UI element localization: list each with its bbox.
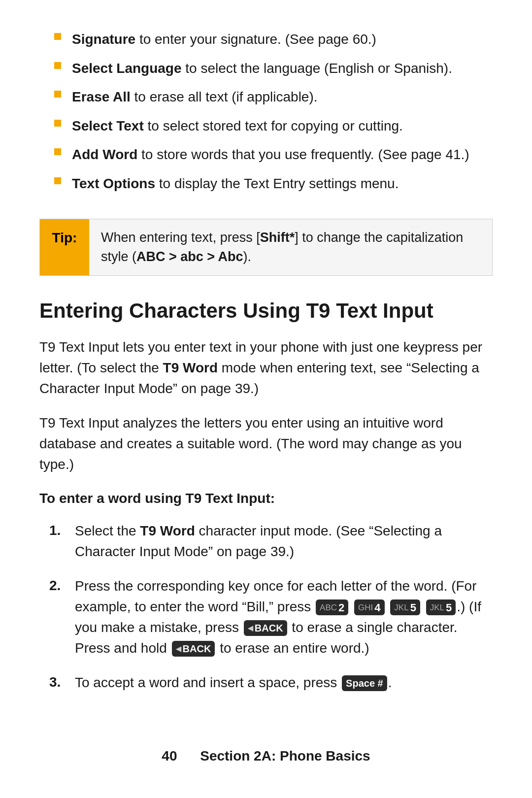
bullet-term: Add Word: [72, 147, 137, 162]
tip-content: When entering text, press [Shift*] to ch…: [89, 219, 492, 275]
bullet-term: Select Language: [72, 61, 182, 76]
step-1: 1. Select the T9 Word character input mo…: [49, 521, 493, 562]
page-footer: 40 Section 2A: Phone Basics: [39, 717, 493, 766]
bullet-icon: [54, 148, 61, 155]
bullet-term: Select Text: [72, 118, 144, 133]
section-label: Section 2A: Phone Basics: [200, 748, 370, 764]
key-back-2: BACK: [172, 641, 215, 657]
list-item: Erase All to erase all text (if applicab…: [49, 87, 493, 107]
bullet-term: Text Options: [72, 176, 155, 191]
list-item: Text Options to display the Text Entry s…: [49, 174, 493, 194]
step-content: To accept a word and insert a space, pre…: [75, 672, 493, 693]
bullet-term: Erase All: [72, 89, 131, 104]
key-abc2: ABC2: [316, 599, 348, 615]
step-number: 1.: [49, 521, 75, 541]
bullet-list: Signature to enter your signature. (See …: [39, 30, 493, 203]
page-number: 40: [162, 748, 177, 764]
step-3: 3. To accept a word and insert a space, …: [49, 672, 493, 693]
list-item: Add Word to store words that you use fre…: [49, 145, 493, 165]
key-jkl5b: JKL5: [426, 599, 456, 615]
bullet-icon: [54, 33, 61, 40]
bullet-text: Text Options to display the Text Entry s…: [72, 174, 493, 194]
body-para-1: T9 Text Input lets you enter text in you…: [39, 337, 493, 399]
numbered-list: 1. Select the T9 Word character input mo…: [49, 521, 493, 707]
tip-box: Tip: When entering text, press [Shift*] …: [39, 219, 493, 276]
bullet-icon: [54, 177, 61, 184]
step-content: Press the corresponding key once for eac…: [75, 576, 493, 659]
page-container: Signature to enter your signature. (See …: [0, 0, 532, 796]
key-back-1: BACK: [244, 620, 287, 636]
key-space: Space #: [342, 675, 387, 691]
list-item: Select Text to select stored text for co…: [49, 116, 493, 136]
bullet-text: Add Word to store words that you use fre…: [72, 145, 493, 165]
step-number: 2.: [49, 576, 75, 596]
step-2: 2. Press the corresponding key once for …: [49, 576, 493, 659]
section-heading: Entering Characters Using T9 Text Input: [39, 299, 493, 323]
bullet-icon: [54, 62, 61, 69]
steps-subheading: To enter a word using T9 Text Input:: [39, 489, 493, 509]
bullet-text: Select Text to select stored text for co…: [72, 116, 493, 136]
bullet-text: Signature to enter your signature. (See …: [72, 30, 493, 50]
tip-label: Tip:: [40, 219, 89, 275]
bullet-icon: [54, 91, 61, 98]
bullet-text: Select Language to select the language (…: [72, 59, 493, 79]
key-ghi4: GHI4: [354, 599, 384, 615]
list-item: Select Language to select the language (…: [49, 59, 493, 79]
body-para-2: T9 Text Input analyzes the letters you e…: [39, 413, 493, 475]
bullet-icon: [54, 120, 61, 127]
step-content: Select the T9 Word character input mode.…: [75, 521, 493, 562]
step-number: 3.: [49, 672, 75, 693]
bullet-text: Erase All to erase all text (if applicab…: [72, 87, 493, 107]
bullet-term: Signature: [72, 32, 135, 47]
list-item: Signature to enter your signature. (See …: [49, 30, 493, 50]
key-jkl5a: JKL5: [390, 599, 420, 615]
